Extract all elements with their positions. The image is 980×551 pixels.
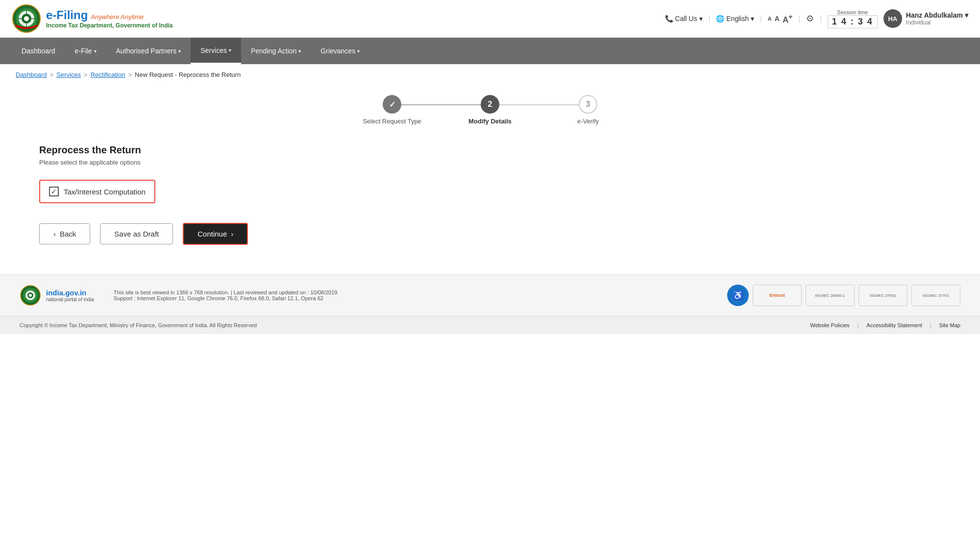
- user-menu[interactable]: HA Hanz Abdulkalam ▾ Individual: [883, 9, 968, 28]
- session-label: Session time: [828, 9, 878, 15]
- back-icon: ‹: [53, 230, 56, 238]
- efile-dropdown-icon: ▾: [94, 48, 97, 54]
- site-map-link[interactable]: Site Map: [939, 322, 960, 328]
- breadcrumb-dashboard[interactable]: Dashboard: [16, 71, 47, 78]
- user-role: Individual: [906, 19, 968, 26]
- tax-interest-label: Tax/Interest Computation: [64, 188, 146, 196]
- step-3-circle: 3: [579, 95, 597, 114]
- gear-icon[interactable]: ⚙: [806, 13, 814, 24]
- nav-bar: Dashboard e-File ▾ Authorised Partners ▾…: [0, 38, 980, 64]
- language-label: English: [726, 15, 749, 23]
- back-label: Back: [60, 230, 76, 238]
- continue-label: Continue: [197, 230, 227, 238]
- iso3-badge: ISO/IEC 27701: [911, 285, 960, 306]
- font-medium-button[interactable]: A: [775, 15, 780, 23]
- breadcrumb-services[interactable]: Services: [56, 71, 81, 78]
- language-selector[interactable]: 🌐 English ▾: [716, 15, 754, 23]
- breadcrumb-rectification[interactable]: Rectification: [91, 71, 125, 78]
- step-3-label: e-Verify: [577, 118, 599, 125]
- accessibility-link[interactable]: Accessibility Statement: [867, 322, 922, 328]
- step-3: 3 e-Verify: [539, 95, 637, 125]
- form-section: Reprocess the Return Please select the a…: [39, 144, 941, 223]
- website-policies-link[interactable]: Website Policies: [810, 322, 850, 328]
- nav-authorised-partners[interactable]: Authorised Partners ▾: [106, 38, 191, 64]
- footer-info: This site is best viewed in 1366 x 768 r…: [114, 289, 708, 301]
- save-draft-label: Save as Draft: [114, 230, 159, 238]
- svg-point-13: [29, 294, 32, 297]
- logo-subtitle-text: Income Tax Department, Government of Ind…: [46, 22, 173, 29]
- pending-dropdown-icon: ▾: [298, 48, 301, 54]
- button-row: ‹ Back Save as Draft Continue ›: [39, 223, 941, 245]
- grievances-dropdown-icon: ▾: [357, 48, 360, 54]
- step-2: 2 Modify Details: [441, 95, 539, 125]
- iso2-label: ISO/IEC 27001: [870, 293, 896, 298]
- breadcrumb-sep2: >: [84, 71, 88, 78]
- logo-efiling-text: e-Filing: [46, 8, 88, 22]
- footer-bottom: Copyright © Income Tax Department, Minis…: [0, 316, 980, 334]
- call-us-button[interactable]: 📞 Call Us ▾: [665, 15, 703, 23]
- step-1: ✓ Select Request Type: [343, 95, 441, 125]
- footer-emblem-icon: [20, 285, 41, 306]
- breadcrumb-current: New Request - Reprocess the Return: [135, 71, 241, 78]
- wcag-badge: ♿: [727, 285, 749, 306]
- footer-india-text: india.gov.in: [46, 288, 94, 297]
- font-small-button[interactable]: A: [768, 16, 772, 22]
- footer-badges: ♿ Entrust ISO/IEC 20000-1 ISO/IEC 27001 …: [727, 285, 960, 306]
- tax-interest-option[interactable]: ✓ Tax/Interest Computation: [39, 180, 155, 203]
- separator4: |: [820, 15, 822, 23]
- svg-point-4: [24, 16, 29, 21]
- breadcrumb: Dashboard > Services > Rectification > N…: [0, 64, 980, 85]
- continue-icon: ›: [231, 230, 233, 238]
- user-dropdown-icon: ▾: [965, 11, 968, 19]
- footer-main: india.gov.in national portal of india Th…: [0, 274, 980, 316]
- continue-button[interactable]: Continue ›: [183, 223, 248, 245]
- step-2-circle: 2: [481, 95, 499, 114]
- session-time-value: 1 4 : 3 4: [828, 15, 878, 28]
- separator1: |: [709, 15, 710, 23]
- breadcrumb-sep1: >: [50, 71, 54, 78]
- avatar: HA: [883, 9, 902, 28]
- save-draft-button[interactable]: Save as Draft: [100, 223, 173, 244]
- call-dropdown-icon: ▾: [699, 15, 703, 23]
- user-info: Hanz Abdulkalam ▾ Individual: [906, 11, 968, 26]
- footer-india-sub: national portal of india: [46, 297, 94, 302]
- step-2-label: Modify Details: [468, 118, 512, 125]
- nav-dashboard[interactable]: Dashboard: [12, 38, 65, 64]
- entrust-badge: Entrust: [753, 285, 802, 306]
- iso1-badge: ISO/IEC 20000-1: [806, 285, 855, 306]
- logo-text: e-Filing Anywhere Anytime Income Tax Dep…: [46, 8, 173, 29]
- nav-grievances[interactable]: Grievances ▾: [311, 38, 369, 64]
- copyright-text: Copyright © Income Tax Department, Minis…: [20, 322, 257, 328]
- iso2-badge: ISO/IEC 27001: [858, 285, 907, 306]
- back-button[interactable]: ‹ Back: [39, 223, 90, 244]
- phone-icon: 📞: [665, 15, 673, 23]
- logo-anytime-text: Anywhere Anytime: [91, 13, 144, 21]
- nav-pending-action[interactable]: Pending Action ▾: [241, 38, 311, 64]
- form-title: Reprocess the Return: [39, 144, 941, 156]
- font-controls: A A A+: [768, 13, 793, 25]
- step-1-circle: ✓: [383, 95, 401, 114]
- footer-links: Website Policies | Accessibility Stateme…: [810, 322, 960, 328]
- globe-icon: 🌐: [716, 15, 724, 23]
- entrust-label: Entrust: [769, 293, 785, 298]
- top-actions: 📞 Call Us ▾ | 🌐 English ▾ | A A A+ | ⚙ |…: [665, 9, 968, 28]
- call-us-label: Call Us: [675, 15, 697, 23]
- lang-dropdown-icon: ▾: [751, 15, 754, 23]
- emblem-icon: [12, 4, 41, 33]
- separator3: |: [799, 15, 801, 23]
- footer-info-line1: This site is best viewed in 1366 x 768 r…: [114, 289, 708, 295]
- breadcrumb-sep3: >: [128, 71, 132, 78]
- form-subtitle: Please select the applicable options: [39, 159, 941, 166]
- font-large-button[interactable]: A+: [783, 13, 793, 25]
- main-content: ✓ Select Request Type 2 Modify Details 3…: [0, 85, 980, 274]
- iso1-label: ISO/IEC 20000-1: [815, 293, 845, 298]
- logo-area: e-Filing Anywhere Anytime Income Tax Dep…: [12, 4, 173, 33]
- user-name: Hanz Abdulkalam: [906, 11, 963, 19]
- footer-info-line2: Support : Internet Explorer 11, Google C…: [114, 295, 708, 301]
- partners-dropdown-icon: ▾: [178, 48, 181, 54]
- nav-services[interactable]: Services ▾: [191, 38, 241, 64]
- session-timer: Session time 1 4 : 3 4: [828, 9, 878, 28]
- services-dropdown-icon: ▾: [229, 48, 231, 53]
- tax-interest-checkbox[interactable]: ✓: [49, 187, 59, 196]
- nav-efile[interactable]: e-File ▾: [65, 38, 106, 64]
